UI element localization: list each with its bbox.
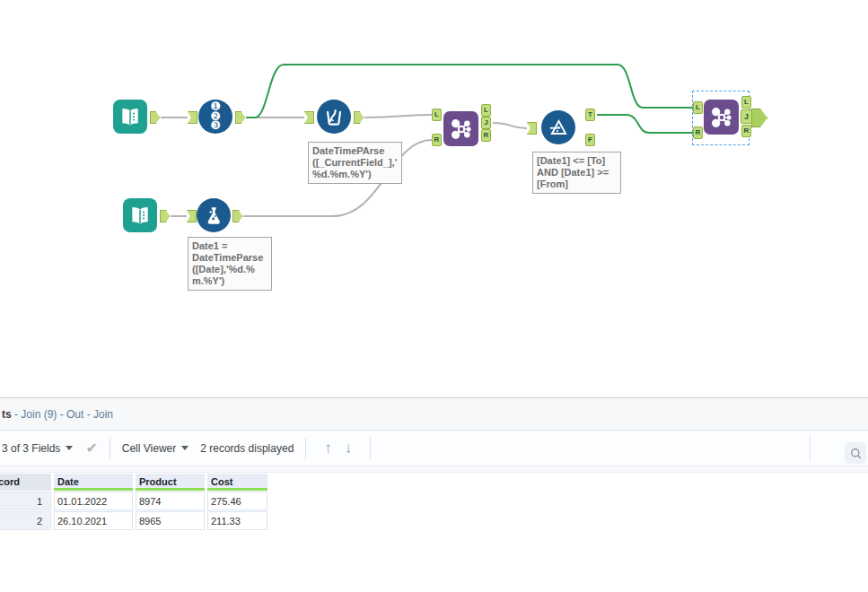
table-header-row: Record Date Product Cost [0,474,270,491]
join2-output-anchor-left[interactable]: L [741,96,751,109]
table-row[interactable]: 2 26.10.2021 8965 211.33 [0,511,270,530]
input-data-tool-2[interactable] [123,198,157,232]
fields-dropdown[interactable]: 3 of 3 Fields [2,442,60,455]
search-button[interactable] [845,442,866,464]
table-row[interactable]: 1 01.01.2022 8974 275.46 [0,492,270,510]
record-id-icon: ❶ ❷ ❸ [210,102,221,131]
join-tool-1[interactable] [443,111,478,146]
filter-output-anchor-false[interactable]: F [585,134,595,146]
wire-recordid-join2 [246,65,693,118]
join-icon [448,116,475,143]
table-cell[interactable]: 8965 [136,511,205,530]
chevron-down-icon[interactable] [66,446,73,450]
join2-output-anchor-right[interactable]: R [741,125,751,137]
join-icon [708,104,735,131]
results-toolbar: 3 of 3 Fields ✔ Cell Viewer 2 records di… [0,431,868,466]
toolbar-separator [305,438,306,459]
column-header-record[interactable]: Record [0,474,51,491]
column-header-cost[interactable]: Cost [207,474,267,491]
annotation-multi-field-formula[interactable]: DateTimePArse ([_CurrentField_],' %d.%m.… [308,142,402,184]
wire-filter-join2 [597,115,693,133]
table-cell[interactable]: 211.33 [207,511,267,530]
table-cell[interactable]: 275.46 [207,492,267,510]
join1-output-anchor-right[interactable]: R [481,129,491,142]
annotation-formula[interactable]: Date1 = DateTimeParse ([Date],'%d.% m.%Y… [188,237,272,291]
join2-output-anchor-join[interactable]: J [741,109,752,124]
input-data-icon [118,105,142,128]
annotation-filter[interactable]: [Date1] <= [To] AND [Date1] >= [From] [532,152,621,194]
table-cell[interactable]: 26.10.2021 [54,511,133,530]
column-header-product[interactable]: Product [136,474,205,491]
table-cell[interactable]: 8974 [136,492,205,510]
filter-tool[interactable] [541,110,575,144]
records-displayed-label: 2 records displayed [200,442,294,455]
record-id-tool[interactable]: ❶ ❷ ❸ [198,100,232,134]
table-header-strip [0,466,868,473]
arrow-down-icon[interactable]: ↓ [345,440,353,457]
row-number-cell: 1 [0,492,51,510]
toolbar-separator [110,438,110,459]
chevron-down-icon[interactable] [181,446,189,450]
row-number-cell: 2 [0,511,51,530]
cell-viewer-dropdown[interactable]: Cell Viewer [122,442,176,455]
join2-input-anchor-right[interactable]: R [693,126,703,139]
join-tool-2[interactable] [704,100,739,135]
formula-icon [202,204,225,227]
join1-output-anchor-join[interactable]: J [481,117,491,129]
arrow-up-icon[interactable]: ↑ [324,440,332,457]
join1-input-anchor-right[interactable]: R [432,134,442,146]
column-header-date[interactable]: Date [54,474,133,491]
table-cell[interactable]: 01.01.2022 [54,492,133,510]
filter-output-anchor-true[interactable]: T [585,109,595,121]
join1-input-anchor-left[interactable]: L [432,109,442,121]
results-title: - Join (9) - Out - Join [12,408,113,421]
join2-input-anchor-left[interactable]: L [693,101,703,114]
check-icon[interactable]: ✔ [85,440,97,457]
wire-join1-filter [493,123,527,128]
toolbar-separator [810,435,811,462]
input-data-icon [128,204,152,227]
toolbar-separator [370,438,371,459]
multi-field-formula-icon [322,105,346,128]
filter-icon [547,116,570,139]
workflow-canvas[interactable]: ❶ ❷ ❸ DateTimePArse ([_CurrentField_],' … [0,0,868,397]
search-icon [849,447,863,460]
multi-field-formula-tool[interactable] [317,100,351,134]
results-table: Record Date Product Cost 1 01.01.2022 89… [0,474,270,531]
results-title-prefix: ts [2,408,12,421]
results-panel: ts - Join (9) - Out - Join 3 of 3 Fields… [0,397,868,592]
formula-tool[interactable] [197,198,231,232]
join1-output-anchor-left[interactable]: L [481,104,491,117]
input-data-tool-1[interactable] [113,100,147,134]
results-title-bar: ts - Join (9) - Out - Join [0,398,868,431]
wire-multifieldformula-join1 [364,115,432,118]
